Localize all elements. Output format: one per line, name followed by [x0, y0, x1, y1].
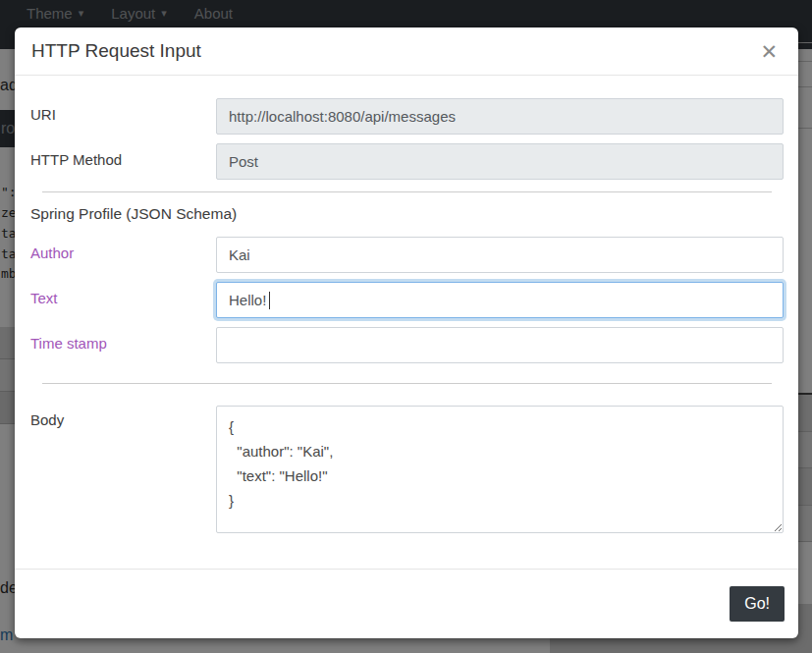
- modal-body: URI HTTP Method Spring Profile (JSON Sch…: [15, 76, 798, 533]
- modal-footer: Go!: [15, 569, 798, 638]
- go-button[interactable]: Go!: [730, 586, 785, 622]
- modal-title: HTTP Request Input: [31, 40, 201, 62]
- text-label: Text: [30, 282, 216, 306]
- text-input[interactable]: [216, 282, 784, 318]
- form-row-author: Author: [30, 237, 784, 273]
- author-input[interactable]: [216, 237, 784, 273]
- http-method-input: [216, 143, 784, 180]
- form-row-body: Body { "author": "Kai", "text": "Hello!"…: [30, 406, 784, 533]
- uri-input: [216, 98, 784, 135]
- author-label: Author: [30, 237, 216, 261]
- body-label: Body: [30, 406, 216, 428]
- form-row-uri: URI: [30, 98, 784, 135]
- section-divider: [42, 383, 772, 384]
- form-row-text: Text: [30, 282, 784, 318]
- http-request-modal: HTTP Request Input ✕ URI HTTP Method Spr…: [15, 27, 798, 638]
- section-divider: [42, 191, 772, 192]
- uri-label: URI: [30, 98, 216, 123]
- http-method-label: HTTP Method: [30, 143, 216, 168]
- modal-header: HTTP Request Input ✕: [15, 27, 798, 76]
- form-row-time-stamp: Time stamp: [30, 327, 784, 363]
- body-textarea[interactable]: { "author": "Kai", "text": "Hello!" }: [216, 406, 784, 533]
- form-row-http-method: HTTP Method: [30, 143, 784, 180]
- time-stamp-input[interactable]: [216, 327, 784, 363]
- schema-section-title: Spring Profile (JSON Schema): [30, 205, 784, 223]
- close-icon[interactable]: ✕: [756, 39, 782, 64]
- time-stamp-label: Time stamp: [30, 327, 216, 352]
